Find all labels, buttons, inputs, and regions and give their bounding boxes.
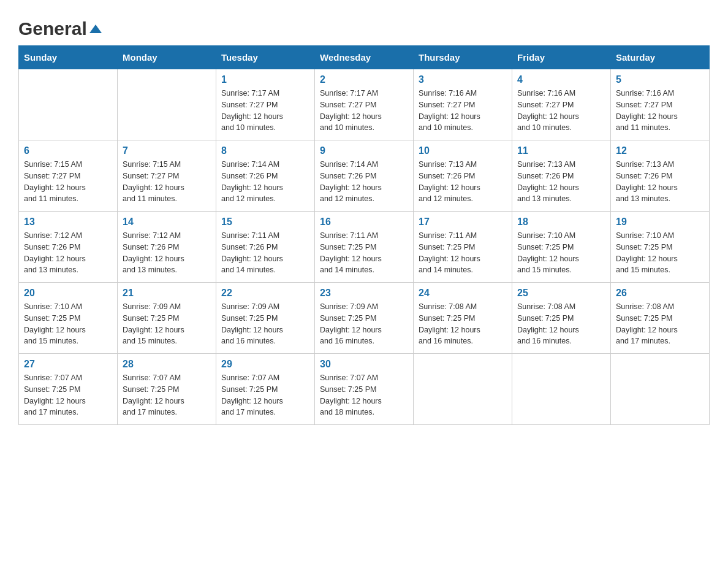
day-number: 18 — [517, 216, 605, 228]
calendar-cell: 19Sunrise: 7:10 AMSunset: 7:25 PMDayligh… — [611, 212, 710, 283]
logo-general-text: General — [18, 18, 87, 39]
calendar-table: SundayMondayTuesdayWednesdayThursdayFrid… — [18, 45, 710, 425]
calendar-cell: 28Sunrise: 7:07 AMSunset: 7:25 PMDayligh… — [118, 354, 216, 425]
calendar-cell: 18Sunrise: 7:10 AMSunset: 7:25 PMDayligh… — [512, 212, 611, 283]
day-info: Sunrise: 7:07 AMSunset: 7:25 PMDaylight:… — [320, 372, 408, 418]
calendar-cell: 11Sunrise: 7:13 AMSunset: 7:26 PMDayligh… — [512, 140, 611, 212]
day-number: 6 — [24, 145, 112, 156]
week-row-2: 6Sunrise: 7:15 AMSunset: 7:27 PMDaylight… — [19, 140, 710, 212]
calendar-cell: 21Sunrise: 7:09 AMSunset: 7:25 PMDayligh… — [118, 283, 216, 354]
day-info: Sunrise: 7:16 AMSunset: 7:27 PMDaylight:… — [616, 88, 704, 134]
calendar-cell: 4Sunrise: 7:16 AMSunset: 7:27 PMDaylight… — [512, 69, 611, 140]
day-info: Sunrise: 7:08 AMSunset: 7:25 PMDaylight:… — [419, 301, 507, 347]
weekday-header-monday: Monday — [118, 46, 216, 69]
day-number: 23 — [320, 288, 408, 299]
day-info: Sunrise: 7:10 AMSunset: 7:25 PMDaylight:… — [616, 230, 704, 276]
day-number: 3 — [419, 74, 507, 85]
calendar-cell: 13Sunrise: 7:12 AMSunset: 7:26 PMDayligh… — [19, 212, 118, 283]
day-number: 7 — [123, 145, 211, 156]
calendar-cell: 3Sunrise: 7:16 AMSunset: 7:27 PMDaylight… — [414, 69, 512, 140]
day-number: 20 — [24, 288, 112, 299]
day-info: Sunrise: 7:09 AMSunset: 7:25 PMDaylight:… — [320, 301, 408, 347]
logo-arrow-up — [89, 25, 102, 33]
day-number: 16 — [320, 216, 408, 228]
day-info: Sunrise: 7:17 AMSunset: 7:27 PMDaylight:… — [221, 88, 309, 134]
calendar-cell: 20Sunrise: 7:10 AMSunset: 7:25 PMDayligh… — [19, 283, 118, 354]
weekday-header-sunday: Sunday — [19, 46, 118, 69]
calendar-cell: 7Sunrise: 7:15 AMSunset: 7:27 PMDaylight… — [118, 140, 216, 212]
calendar-cell — [414, 354, 512, 425]
day-info: Sunrise: 7:10 AMSunset: 7:25 PMDaylight:… — [517, 230, 605, 276]
week-row-1: 1Sunrise: 7:17 AMSunset: 7:27 PMDaylight… — [19, 69, 710, 140]
calendar-cell — [512, 354, 611, 425]
calendar-cell: 24Sunrise: 7:08 AMSunset: 7:25 PMDayligh… — [414, 283, 512, 354]
day-number: 22 — [221, 288, 309, 299]
day-info: Sunrise: 7:14 AMSunset: 7:26 PMDaylight:… — [221, 159, 309, 205]
calendar-cell: 30Sunrise: 7:07 AMSunset: 7:25 PMDayligh… — [315, 354, 414, 425]
day-number: 21 — [123, 288, 211, 299]
day-info: Sunrise: 7:16 AMSunset: 7:27 PMDaylight:… — [517, 88, 605, 134]
calendar-cell: 8Sunrise: 7:14 AMSunset: 7:26 PMDaylight… — [216, 140, 315, 212]
day-number: 2 — [320, 74, 408, 85]
calendar-cell: 6Sunrise: 7:15 AMSunset: 7:27 PMDaylight… — [19, 140, 118, 212]
day-number: 27 — [24, 359, 112, 370]
day-info: Sunrise: 7:11 AMSunset: 7:25 PMDaylight:… — [320, 230, 408, 276]
calendar-cell: 2Sunrise: 7:17 AMSunset: 7:27 PMDaylight… — [315, 69, 414, 140]
day-number: 12 — [616, 145, 704, 156]
day-info: Sunrise: 7:07 AMSunset: 7:25 PMDaylight:… — [221, 372, 309, 418]
calendar-cell: 12Sunrise: 7:13 AMSunset: 7:26 PMDayligh… — [611, 140, 710, 212]
day-number: 5 — [616, 74, 704, 85]
weekday-header-wednesday: Wednesday — [315, 46, 414, 69]
logo: General Blue — [18, 12, 102, 39]
day-number: 24 — [419, 288, 507, 299]
calendar-cell: 22Sunrise: 7:09 AMSunset: 7:25 PMDayligh… — [216, 283, 315, 354]
day-number: 29 — [221, 359, 309, 370]
day-info: Sunrise: 7:17 AMSunset: 7:27 PMDaylight:… — [320, 88, 408, 134]
day-number: 14 — [123, 216, 211, 228]
day-info: Sunrise: 7:15 AMSunset: 7:27 PMDaylight:… — [123, 159, 211, 205]
calendar-cell: 17Sunrise: 7:11 AMSunset: 7:25 PMDayligh… — [414, 212, 512, 283]
week-row-4: 20Sunrise: 7:10 AMSunset: 7:25 PMDayligh… — [19, 283, 710, 354]
calendar-cell: 16Sunrise: 7:11 AMSunset: 7:25 PMDayligh… — [315, 212, 414, 283]
week-row-3: 13Sunrise: 7:12 AMSunset: 7:26 PMDayligh… — [19, 212, 710, 283]
day-number: 15 — [221, 216, 309, 228]
week-row-5: 27Sunrise: 7:07 AMSunset: 7:25 PMDayligh… — [19, 354, 710, 425]
day-number: 4 — [517, 74, 605, 85]
day-number: 30 — [320, 359, 408, 370]
day-number: 19 — [616, 216, 704, 228]
day-info: Sunrise: 7:07 AMSunset: 7:25 PMDaylight:… — [24, 372, 112, 418]
calendar-cell — [19, 69, 118, 140]
calendar-cell: 5Sunrise: 7:16 AMSunset: 7:27 PMDaylight… — [611, 69, 710, 140]
day-info: Sunrise: 7:11 AMSunset: 7:26 PMDaylight:… — [221, 230, 309, 276]
day-number: 9 — [320, 145, 408, 156]
day-info: Sunrise: 7:15 AMSunset: 7:27 PMDaylight:… — [24, 159, 112, 205]
day-info: Sunrise: 7:13 AMSunset: 7:26 PMDaylight:… — [517, 159, 605, 205]
calendar-cell: 29Sunrise: 7:07 AMSunset: 7:25 PMDayligh… — [216, 354, 315, 425]
weekday-header-tuesday: Tuesday — [216, 46, 315, 69]
day-info: Sunrise: 7:07 AMSunset: 7:25 PMDaylight:… — [123, 372, 211, 418]
calendar-cell: 25Sunrise: 7:08 AMSunset: 7:25 PMDayligh… — [512, 283, 611, 354]
logo-arrow — [89, 25, 102, 33]
day-info: Sunrise: 7:12 AMSunset: 7:26 PMDaylight:… — [24, 230, 112, 276]
weekday-header-saturday: Saturday — [611, 46, 710, 69]
day-info: Sunrise: 7:08 AMSunset: 7:25 PMDaylight:… — [616, 301, 704, 347]
calendar-cell: 1Sunrise: 7:17 AMSunset: 7:27 PMDaylight… — [216, 69, 315, 140]
day-info: Sunrise: 7:16 AMSunset: 7:27 PMDaylight:… — [419, 88, 507, 134]
day-info: Sunrise: 7:12 AMSunset: 7:26 PMDaylight:… — [123, 230, 211, 276]
day-number: 28 — [123, 359, 211, 370]
calendar-cell — [118, 69, 216, 140]
day-number: 8 — [221, 145, 309, 156]
calendar-cell: 14Sunrise: 7:12 AMSunset: 7:26 PMDayligh… — [118, 212, 216, 283]
calendar-cell: 27Sunrise: 7:07 AMSunset: 7:25 PMDayligh… — [19, 354, 118, 425]
day-number: 26 — [616, 288, 704, 299]
calendar-cell — [611, 354, 710, 425]
weekday-header-thursday: Thursday — [414, 46, 512, 69]
day-number: 1 — [221, 74, 309, 85]
day-info: Sunrise: 7:09 AMSunset: 7:25 PMDaylight:… — [123, 301, 211, 347]
page-header: General Blue — [18, 12, 710, 39]
day-number: 11 — [517, 145, 605, 156]
calendar-cell: 26Sunrise: 7:08 AMSunset: 7:25 PMDayligh… — [611, 283, 710, 354]
calendar-cell: 9Sunrise: 7:14 AMSunset: 7:26 PMDaylight… — [315, 140, 414, 212]
day-info: Sunrise: 7:08 AMSunset: 7:25 PMDaylight:… — [517, 301, 605, 347]
day-number: 25 — [517, 288, 605, 299]
